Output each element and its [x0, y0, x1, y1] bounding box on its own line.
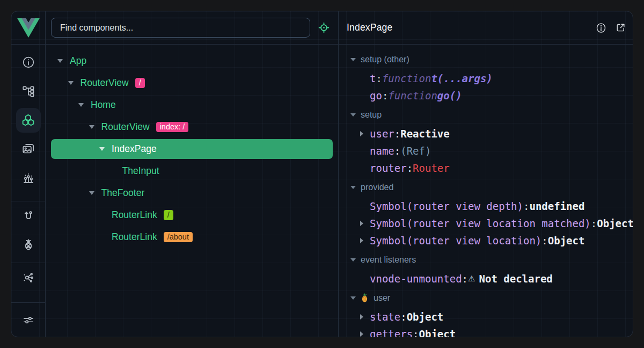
- state-field-symbol-router-view-location-matched[interactable]: Symbol(router view location matched) : O…: [339, 215, 633, 232]
- triangle-right-icon: [360, 131, 363, 136]
- field-key: Symbol(router view location): [370, 235, 541, 247]
- triangle-down-icon: [350, 113, 356, 117]
- tree-item-home[interactable]: Home: [46, 94, 338, 116]
- route-badge: /: [164, 210, 173, 221]
- field-key: vnode-unmounted: [370, 273, 462, 285]
- search-input[interactable]: [51, 18, 310, 38]
- pinia-icon[interactable]: [11, 230, 45, 259]
- section-label: setup (other): [361, 55, 409, 64]
- field-value: Object: [407, 311, 444, 323]
- section-header-provided[interactable]: provided: [339, 179, 633, 195]
- components-icon[interactable]: [11, 106, 45, 135]
- expand-toggle[interactable]: [78, 103, 86, 107]
- state-panel: setup (other)t : function t(...args)go :…: [338, 45, 633, 337]
- field-key: getters: [370, 328, 413, 337]
- router-icon[interactable]: [11, 201, 45, 230]
- tree-item-routerlink[interactable]: RouterLink/about: [46, 226, 338, 248]
- state-field-state[interactable]: state : Object: [339, 308, 633, 325]
- field-key: go: [370, 90, 382, 102]
- triangle-down-icon: [57, 59, 63, 63]
- expand-toggle[interactable]: [360, 131, 368, 136]
- triangle-down-icon: [78, 103, 84, 107]
- expand-toggle[interactable]: [360, 238, 368, 243]
- locate-component-icon[interactable]: [317, 21, 330, 34]
- triangle-down-icon: [350, 58, 356, 61]
- triangle-down-icon: [89, 191, 94, 195]
- expand-toggle[interactable]: [360, 331, 368, 337]
- component-name: Home: [91, 99, 116, 111]
- section-label: setup: [361, 110, 382, 120]
- component-name: IndexPage: [112, 143, 157, 155]
- triangle-down-icon: [350, 186, 356, 189]
- component-name: TheInput: [122, 165, 159, 177]
- vue-logo: [17, 18, 40, 38]
- tree-item-indexpage[interactable]: IndexPage: [51, 139, 333, 159]
- panel-title: IndexPage: [347, 22, 392, 33]
- field-value: Object: [419, 328, 456, 337]
- key-value-separator: :: [523, 200, 529, 212]
- section-header-user[interactable]: user: [339, 289, 633, 306]
- assets-icon[interactable]: [11, 135, 45, 164]
- scroll-to-component-icon[interactable]: [595, 22, 607, 34]
- field-key: router: [370, 162, 407, 174]
- tree-item-theinput[interactable]: TheInput: [46, 160, 338, 182]
- component-tree-icon[interactable]: [11, 77, 45, 106]
- tree-item-routerview[interactable]: RouterViewindex: /: [46, 116, 338, 138]
- triangle-right-icon: [360, 314, 363, 320]
- state-field-symbol-router-view-location[interactable]: Symbol(router view location) : Object: [339, 232, 633, 249]
- field-value: undefined: [529, 200, 584, 212]
- field-value: function: [388, 90, 437, 102]
- field-key: t: [370, 73, 376, 84]
- expand-toggle[interactable]: [89, 125, 97, 129]
- state-field-getters[interactable]: getters : Object: [339, 325, 633, 337]
- route-badge: /about: [164, 232, 193, 243]
- state-field-go: go : function go(): [339, 87, 633, 104]
- tree-item-routerview[interactable]: RouterView/: [46, 72, 338, 94]
- key-value-separator: :: [394, 128, 400, 140]
- state-field-router: router : Router: [339, 160, 633, 177]
- expand-toggle[interactable]: [360, 221, 368, 226]
- route-badge: /: [135, 78, 145, 89]
- component-name: TheFooter: [101, 187, 145, 199]
- section-header-setup[interactable]: setup: [339, 106, 633, 123]
- component-name: App: [70, 55, 86, 67]
- triangle-down-icon: [89, 125, 94, 129]
- route-badge: index: /: [156, 122, 189, 133]
- section-label: event listeners: [361, 255, 416, 265]
- expand-toggle[interactable]: [89, 191, 97, 195]
- info-icon[interactable]: [11, 48, 45, 77]
- key-value-separator: :: [591, 218, 597, 229]
- field-value: Object: [548, 235, 585, 247]
- key-value-separator: :: [394, 145, 400, 157]
- state-field-symbol-router-view-depth: Symbol(router view depth) : undefined: [339, 198, 633, 215]
- tree-item-app[interactable]: App: [46, 50, 338, 72]
- field-key: name: [370, 145, 394, 157]
- vue-devtools-window: IndexPage: [11, 11, 633, 337]
- tree-item-routerlink[interactable]: RouterLink/: [46, 204, 338, 226]
- section-header-setup-other[interactable]: setup (other): [339, 51, 633, 68]
- tree-item-thefooter[interactable]: TheFooter: [46, 182, 338, 204]
- key-value-separator: :: [462, 273, 468, 285]
- field-key: Symbol(router view depth): [370, 200, 523, 212]
- key-value-separator: :: [413, 328, 419, 337]
- field-value: Router: [413, 162, 450, 174]
- key-value-separator: :: [382, 90, 388, 102]
- open-in-editor-icon[interactable]: [614, 22, 626, 34]
- expand-toggle[interactable]: [99, 147, 107, 151]
- section-label: provided: [361, 183, 393, 192]
- triangle-down-icon: [68, 81, 74, 85]
- expand-toggle[interactable]: [360, 314, 368, 320]
- custom-inspector-icon[interactable]: [11, 164, 45, 193]
- graph-icon[interactable]: [11, 263, 45, 292]
- sidebar: [11, 45, 46, 337]
- expand-toggle[interactable]: [57, 59, 65, 63]
- state-field-user[interactable]: user : Reactive: [339, 125, 633, 142]
- component-name: RouterLink: [112, 209, 157, 221]
- settings-icon[interactable]: [11, 303, 45, 337]
- component-tree: AppRouterView/HomeRouterViewindex: /Inde…: [46, 45, 338, 337]
- component-name: RouterView: [80, 77, 129, 89]
- section-header-event-listeners[interactable]: event listeners: [339, 251, 633, 268]
- triangle-down-icon: [350, 258, 356, 262]
- expand-toggle[interactable]: [68, 81, 76, 85]
- state-field-name: name : (Ref): [339, 142, 633, 160]
